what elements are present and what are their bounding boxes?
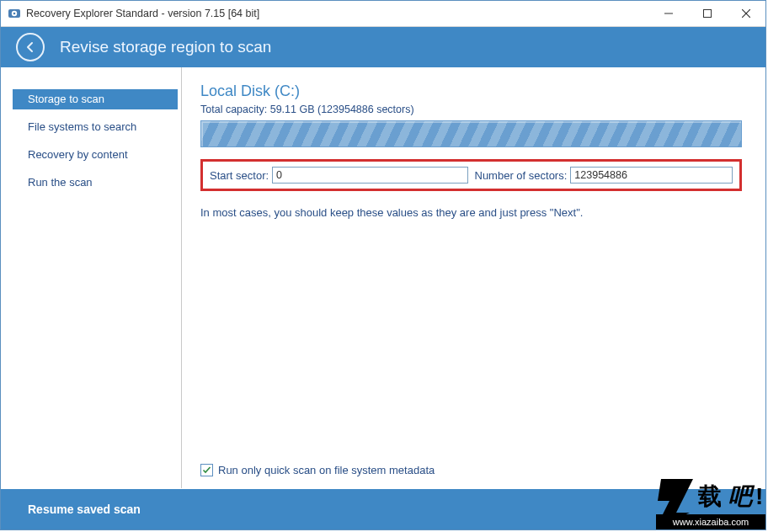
sector-fields-highlight: Start sector: Number of sectors: [200, 159, 742, 191]
quick-scan-option[interactable]: Run only quick scan on file system metad… [200, 464, 435, 476]
check-icon [202, 466, 211, 475]
svg-rect-4 [704, 10, 712, 18]
num-sectors-field: Number of sectors: [475, 167, 733, 184]
page-header: Revise storage region to scan [1, 27, 765, 67]
arrow-left-icon [24, 41, 36, 53]
content-area: Storage to scan File systems to search R… [1, 67, 765, 488]
start-sector-label: Start sector: [210, 169, 269, 182]
back-button[interactable] [16, 33, 45, 61]
wizard-sidebar: Storage to scan File systems to search R… [1, 67, 182, 488]
app-window: Recovery Explorer Standard - version 7.1… [0, 0, 766, 530]
close-button[interactable] [727, 1, 765, 26]
sidebar-item-recovery-by-content[interactable]: Recovery by content [1, 145, 181, 165]
sidebar-item-storage-to-scan[interactable]: Storage to scan [13, 89, 178, 109]
resume-saved-scan-link[interactable]: Resume saved scan [28, 503, 141, 516]
disk-title: Local Disk (C:) [200, 82, 742, 100]
capacity-text: Total capacity: 59.11 GB (123954886 sect… [200, 104, 742, 115]
main-panel: Local Disk (C:) Total capacity: 59.11 GB… [182, 67, 765, 488]
footer-bar: Resume saved scan [1, 489, 765, 529]
page-title: Revise storage region to scan [60, 38, 271, 56]
maximize-button[interactable] [688, 1, 727, 26]
start-sector-input[interactable] [272, 167, 467, 184]
svg-point-2 [13, 13, 16, 15]
num-sectors-label: Number of sectors: [475, 169, 568, 182]
titlebar: Recovery Explorer Standard - version 7.1… [1, 1, 765, 27]
start-sector-field: Start sector: [210, 167, 468, 184]
num-sectors-input[interactable] [570, 167, 733, 184]
window-controls [649, 1, 765, 26]
app-icon [8, 7, 21, 20]
quick-scan-label: Run only quick scan on file system metad… [218, 464, 435, 476]
minimize-button[interactable] [649, 1, 688, 26]
hint-text: In most cases, you should keep these val… [200, 206, 742, 219]
quick-scan-checkbox[interactable] [200, 464, 213, 476]
sidebar-item-file-systems[interactable]: File systems to search [1, 117, 181, 137]
sidebar-item-run-the-scan[interactable]: Run the scan [1, 173, 181, 193]
window-title: Recovery Explorer Standard - version 7.1… [26, 8, 259, 19]
capacity-bar [200, 120, 742, 147]
